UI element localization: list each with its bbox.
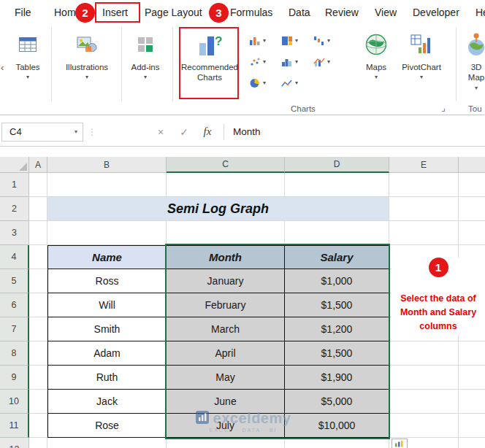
charts-dialog-launcher-icon[interactable]: ⌟ [441,103,446,113]
cell[interactable] [29,317,47,341]
add-ins-button[interactable]: Add-ins ▾ [124,27,167,80]
cell[interactable] [389,390,459,414]
cell[interactable] [285,173,389,197]
row-header-11[interactable]: 11 [0,414,29,438]
cell[interactable] [47,173,167,197]
tab-developer[interactable]: Developer [413,7,459,18]
tables-button[interactable]: Tables ▾ [7,27,48,80]
cell[interactable] [29,293,47,317]
3d-map-button[interactable]: 3D Map ▾ [462,27,485,91]
cell[interactable] [29,221,47,245]
row-header-7[interactable]: 7 [0,317,29,341]
cell-name[interactable]: Smith [47,317,167,341]
cell[interactable] [29,366,47,390]
select-all-corner[interactable] [0,157,29,173]
cell-salary[interactable]: $1,900 [285,366,389,390]
cell[interactable] [389,366,459,390]
cell-name[interactable]: Jack [47,390,167,414]
tab-formulas[interactable]: Formulas [230,7,272,18]
tab-page-layout[interactable]: Page Layout [145,7,202,18]
illustrations-button[interactable]: Illustrations ▾ [56,27,118,80]
quick-analysis-icon[interactable] [392,439,408,448]
insert-hierarchy-chart-button[interactable]: ▾ [279,30,311,51]
formula-bar-content[interactable]: Month [233,126,261,137]
cell[interactable] [167,173,285,197]
cell-month[interactable]: January [167,269,285,293]
cell[interactable] [459,197,485,221]
cell-salary[interactable]: $1,500 [285,293,389,317]
cell-salary[interactable]: $1,500 [285,341,389,366]
cell[interactable] [29,197,47,221]
cell[interactable] [47,221,167,245]
insert-pie-chart-button[interactable]: ▾ [247,72,279,93]
tab-view[interactable]: View [375,7,397,18]
cell[interactable] [459,173,485,197]
cell[interactable] [29,390,47,414]
cell-month[interactable]: May [167,366,285,390]
header-cell-name[interactable]: Name [47,245,167,269]
insert-waterfall-chart-button[interactable]: ▾ [311,30,343,51]
cell-month[interactable]: March [167,317,285,341]
cell-name[interactable]: Adam [47,341,167,366]
insert-scatter-chart-button[interactable]: ▾ [247,51,279,72]
cell[interactable] [459,366,485,390]
row-header-2[interactable]: 2 [0,197,29,221]
row-header-5[interactable]: 5 [0,269,29,293]
cell-salary[interactable]: $10,000 [285,414,389,438]
cell-salary[interactable]: $5,000 [285,390,389,414]
col-header-f[interactable] [459,157,485,173]
header-cell-salary[interactable]: Salary [285,245,389,269]
cell-name[interactable]: Will [47,293,167,317]
insert-column-bar-chart-button[interactable]: ▾ [247,30,279,51]
cell[interactable] [389,341,459,366]
cell[interactable] [29,414,47,438]
row-header-3[interactable]: 3 [0,221,29,245]
cell[interactable] [389,197,459,221]
cell[interactable] [459,414,485,438]
cell[interactable] [459,390,485,414]
tab-file[interactable]: File [15,7,31,18]
header-cell-month[interactable]: Month [167,245,285,269]
ribbon-scroll-left-icon[interactable]: ‹ [1,62,4,73]
cell[interactable] [459,221,485,245]
cell[interactable] [389,173,459,197]
cell[interactable] [389,221,459,245]
insert-function-icon[interactable]: fx [196,125,219,138]
cell[interactable] [459,438,485,448]
cell[interactable] [167,221,285,245]
row-header-4[interactable]: 4 [0,245,29,269]
enter-icon[interactable]: ✓ [172,126,196,138]
cell-name[interactable]: Ross [47,269,167,293]
title-cell[interactable]: Semi Log Graph [47,197,389,221]
insert-combo-chart-button[interactable]: ▾ [311,51,343,72]
cell-salary[interactable]: $1,000 [285,269,389,293]
maps-button[interactable]: Maps ▾ [361,27,392,80]
name-box[interactable]: C4 ▾ [1,123,83,142]
col-header-e[interactable]: E [389,157,459,173]
row-header-6[interactable]: 6 [0,293,29,317]
col-header-a[interactable]: A [29,157,47,173]
cancel-icon[interactable]: × [149,126,172,138]
cell[interactable] [459,341,485,366]
col-header-c[interactable]: C [167,157,285,173]
cell-month[interactable]: July [167,414,285,438]
insert-line-area-chart-button[interactable]: ▾ [279,72,311,93]
cell[interactable] [29,245,47,269]
name-box-caret-icon[interactable]: ▾ [75,128,77,135]
cell[interactable] [29,173,47,197]
cell-name[interactable]: Rose [47,414,167,438]
col-header-d[interactable]: D [285,157,389,173]
row-header-12[interactable]: 12 [0,438,29,448]
cell[interactable] [47,438,167,448]
row-header-10[interactable]: 10 [0,390,29,414]
row-header-8[interactable]: 8 [0,341,29,366]
cell[interactable] [389,414,459,438]
tab-data[interactable]: Data [289,7,310,18]
cell-salary[interactable]: $1,200 [285,317,389,341]
row-header-9[interactable]: 9 [0,366,29,390]
cell[interactable] [29,341,47,366]
row-header-1[interactable]: 1 [0,173,29,197]
cell-month[interactable]: April [167,341,285,366]
cell[interactable] [285,221,389,245]
insert-statistic-chart-button[interactable]: ▾ [279,51,311,72]
